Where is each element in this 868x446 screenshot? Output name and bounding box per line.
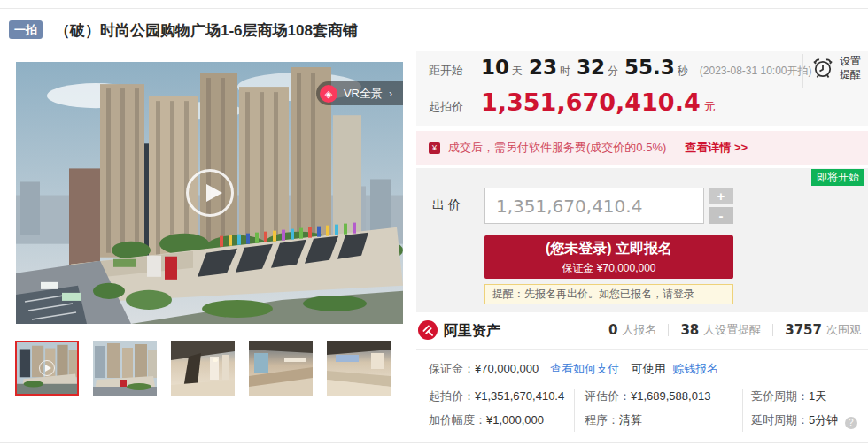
increment-detail: 加价幅度：¥1,000,000 (429, 412, 544, 428)
view-count-label: 次围观 (826, 322, 861, 338)
signup-button-title: (您未登录) 立即报名 (484, 240, 733, 258)
detail-value: 5分钟 (809, 413, 838, 427)
thumbnail-interior-image (249, 341, 313, 396)
detail-label: 加价幅度： (429, 413, 486, 427)
start-time-note: (2023-08-31 10:00开拍) (700, 64, 812, 79)
thumbnail-interior-image (171, 341, 235, 396)
fee-notice-text: 成交后，需另付软件服务费(成交价的0.5%) (448, 140, 666, 156)
service-fee-notice: ¥ 成交后，需另付软件服务费(成交价的0.5%) 查看详情 >> (416, 131, 868, 165)
countdown-minutes: 32 (577, 56, 605, 79)
countdown-days: 10 (481, 56, 509, 79)
countdown-seconds: 55.3 (624, 56, 675, 79)
countdown-hours: 23 (529, 56, 557, 79)
top-divider (0, 8, 868, 9)
detail-label: 评估价： (585, 389, 631, 403)
status-badge: 即将开始 (811, 169, 864, 186)
detail-label: 延时周期： (751, 413, 809, 427)
signup-button[interactable]: (您未登录) 立即报名 保证金 ¥70,000,000 (484, 235, 733, 279)
vr-icon: ◈ (320, 85, 337, 103)
view-details-link[interactable]: 查看详情 >> (685, 140, 748, 156)
thumbnail-interior[interactable] (249, 341, 313, 396)
countdown-hours-unit: 时 (560, 64, 570, 79)
signup-button-deposit: 保证金 ¥70,000,000 (484, 261, 733, 276)
countdown-days-unit: 天 (512, 64, 523, 79)
detail-value: ¥1,000,000 (486, 413, 544, 427)
bidding-cycle-detail: 竞价周期：1天 (751, 388, 826, 404)
set-reminder-label: 设置 提醒 (840, 55, 861, 81)
start-price-detail: 起拍价：¥1,351,670,410.4 (429, 388, 564, 404)
chevron-right-icon: › (389, 88, 392, 100)
alarm-clock-icon (811, 57, 834, 80)
column-divider (574, 389, 575, 432)
thumbnail-interior-image (327, 341, 391, 396)
detail-label: 起拍价： (429, 389, 475, 403)
thumbnail-play-icon (39, 360, 55, 376)
bid-panel: 即将开始 出 价 + - (您未登录) 立即报名 保证金 ¥70,000,000… (416, 168, 868, 312)
thumbnail-video[interactable] (15, 341, 79, 396)
thumbnail-strip (15, 341, 391, 396)
detail-value: 清算 (619, 413, 642, 427)
vertical-divider (802, 54, 803, 88)
horizontal-divider (416, 349, 868, 350)
detail-value: ¥1,351,670,410.4 (475, 389, 564, 403)
ali-assets-logo-icon (418, 320, 438, 340)
credit-signup-link[interactable]: 赊钱报名 (672, 362, 718, 375)
deposit-row: 保证金：¥70,000,000 查看如何支付 可使用 赊钱报名 (429, 361, 718, 377)
signup-count-label: 人报名 (622, 322, 656, 338)
procedure-detail: 程序：清算 (585, 412, 642, 428)
view-count: 3757 (785, 322, 822, 338)
detail-label: 程序： (585, 413, 619, 427)
detail-value: ¥1,689,588,013 (631, 389, 710, 403)
bottom-divider (0, 442, 868, 443)
how-to-pay-link[interactable]: 查看如何支付 (550, 362, 619, 375)
detail-value: 1天 (809, 389, 826, 403)
bid-hint: 提醒：先报名再出价。如您已报名，请登录 (484, 284, 733, 304)
countdown-seconds-unit: 秒 (678, 64, 688, 79)
deposit-mid-text: 可使用 (632, 362, 666, 375)
bid-label: 出 价 (432, 197, 461, 213)
countdown-label: 距开始 (429, 63, 463, 79)
auction-stats: 0 人报名 38 人设置提醒 3757 次围观 (608, 322, 861, 338)
detail-label: 竞价周期： (751, 389, 809, 403)
vr-label: VR全景 (344, 86, 383, 102)
deposit-value: ¥70,000,000 (475, 362, 539, 375)
stat-divider (772, 324, 773, 336)
fee-icon: ¥ (429, 142, 440, 154)
appraisal-price-detail: 评估价：¥1,689,588,013 (585, 388, 710, 404)
bid-amount-input[interactable] (484, 188, 704, 224)
deposit-label: 保证金： (429, 362, 475, 375)
decrease-bid-button[interactable]: - (709, 207, 733, 224)
seller-name[interactable]: 阿里资产 (444, 322, 500, 341)
stat-divider (668, 324, 669, 336)
lot-round-badge: 一拍 (9, 20, 43, 39)
vr-panorama-button[interactable]: ◈ VR全景 › (316, 81, 403, 105)
video-play-button[interactable] (186, 169, 234, 217)
thumbnail-aerial[interactable] (93, 341, 157, 396)
start-price-value: 1,351,670,410.4 (481, 88, 701, 116)
delay-cycle-detail: 延时周期：5分钟 ? (751, 412, 857, 429)
bid-stepper: + - (709, 188, 733, 224)
countdown: 距开始 10 天 23 时 32 分 55.3 秒 (2023-08-31 10… (429, 56, 812, 79)
start-price-label: 起拍价 (429, 99, 463, 115)
start-price-unit: 元 (704, 99, 716, 115)
help-icon[interactable]: ? (845, 417, 857, 429)
countdown-minutes-unit: 分 (608, 64, 618, 79)
page-title: （破）时尚公园购物广场1-6层商场108套商铺 (55, 20, 358, 41)
increase-bid-button[interactable]: + (709, 188, 733, 204)
set-reminder-button[interactable]: 设置 提醒 (811, 55, 861, 81)
thumbnail-interior[interactable] (327, 341, 391, 396)
thumbnail-interior[interactable] (171, 341, 235, 396)
thumbnail-aerial-image (93, 341, 157, 396)
property-photo[interactable]: ◈ VR全景 › (16, 62, 403, 324)
start-price-row: 起拍价 1,351,670,410.4 元 (429, 88, 716, 116)
reminder-count-label: 人设置提醒 (703, 322, 761, 338)
column-divider (742, 389, 743, 432)
signup-count: 0 (608, 322, 617, 338)
reminder-count: 38 (680, 322, 699, 338)
